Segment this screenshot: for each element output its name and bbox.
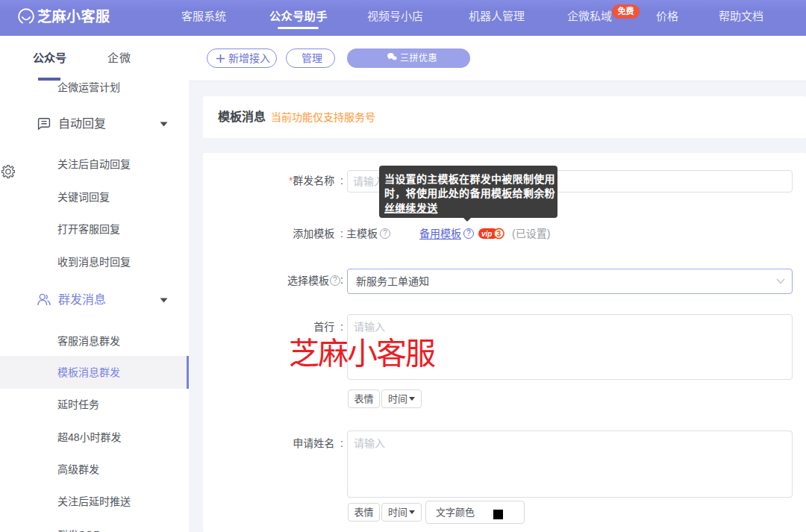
svg-text:3: 3 <box>497 230 502 238</box>
svg-text:vip: vip <box>481 230 492 238</box>
